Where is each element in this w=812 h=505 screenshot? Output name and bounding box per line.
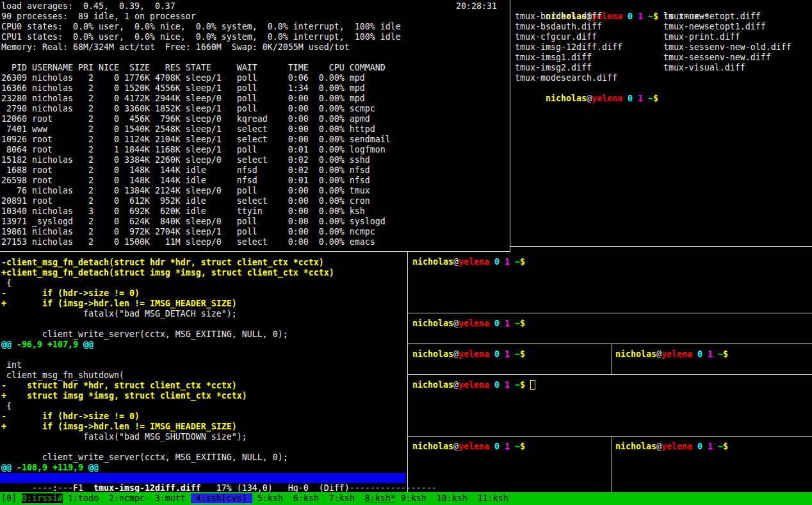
prompt-at: @ [453, 349, 459, 359]
prompt-jobs: 1 [499, 442, 510, 451]
status-session-index[interactable]: [0] [1, 493, 22, 503]
prompt-symbol: $ [520, 319, 525, 328]
prompt-host: yelena [459, 257, 489, 267]
prompt-host: yelena [459, 380, 489, 390]
top-output-text: load averages: 0.45, 0.39, 0.37 90 proce… [1, 1, 401, 247]
prompt-user: nicholas [412, 319, 453, 328]
pane-border-horizontal-left [0, 251, 510, 252]
prompt-hist: 0 [622, 94, 633, 103]
diff-line: @@ -108,9 +119,9 @@ [1, 463, 334, 473]
prompt-jobs: 1 [499, 257, 510, 267]
diff-line: client_msg_fn_shutdown( [1, 370, 334, 381]
diff-line [1, 319, 334, 329]
pane-emacs-diff[interactable]: -client_msg_fn_detach(struct hdr *hdr, s… [0, 252, 405, 492]
status-windows-9-11[interactable]: 9:ksh 10:ksh 11:ksh [396, 493, 508, 503]
diff-line: fatalx("bad MSG_DETACH size"); [1, 309, 334, 319]
pane-shell-c[interactable]: nicholas@yelena 0 1 ~$ [408, 344, 612, 374]
prompt-at: @ [453, 380, 459, 390]
pane-shell-f[interactable]: nicholas@yelena 0 1 ~$ [408, 437, 612, 492]
prompt-at: @ [656, 442, 662, 451]
diff-line: { [1, 401, 334, 411]
status-window-8-current[interactable]: 8:ksh* [365, 493, 396, 503]
prompt-user: nicholas [412, 442, 453, 451]
diff-line: +client_msg_fn_detach(struct imsg *imsg,… [1, 268, 334, 278]
pane-border-horizontal-right [510, 246, 812, 247]
prompt-at: @ [453, 442, 459, 451]
prompt-user: nicholas [412, 380, 453, 390]
prompt-host: yelena [459, 442, 489, 451]
prompt-hist: 0 [489, 442, 499, 451]
pane-shell-ls[interactable]: nicholas@yelena 0 1 ~$ ls tmux-* tmux-bo… [514, 0, 812, 245]
status-windows-1-3[interactable]: 1:todo 2:ncmpc- 3:mutt [63, 493, 191, 503]
prompt-hist: 0 [489, 257, 499, 267]
status-windows-5-7[interactable]: 5:ksh 6:ksh 7:ksh [252, 493, 365, 503]
prompt-host: yelena [459, 319, 489, 328]
pane-shell-g[interactable]: nicholas@yelena 0 1 ~$ [612, 437, 812, 492]
prompt-user: nicholas [615, 349, 656, 359]
prompt-path: ~ [713, 349, 723, 359]
diff-line: -client_msg_fn_detach(struct hdr *hdr, s… [1, 258, 334, 268]
shell-prompt: nicholas@yelena 0 1 ~$ [412, 442, 525, 452]
modeline-filename: tmux-imsg-12diff.diff [93, 483, 201, 493]
pane-shell-d[interactable]: nicholas@yelena 0 1 ~$ [612, 344, 812, 374]
prompt-symbol: $ [723, 442, 728, 451]
diff-line: - if (hdr->size != 0) [1, 411, 334, 422]
prompt-hist: 0 [489, 319, 499, 328]
diff-buffer: -client_msg_fn_detach(struct hdr *hdr, s… [1, 258, 334, 473]
prompt-symbol: $ [520, 380, 525, 390]
prompt-symbol: $ [520, 257, 525, 267]
pane-shell-a[interactable]: nicholas@yelena 0 1 ~$ [408, 252, 812, 313]
diff-line: fatalx("bad MSG_SHUTDOWN size"); [1, 432, 334, 442]
prompt-hist: 0 [692, 442, 702, 451]
shell-prompt: nicholas@yelena 0 1 ~$ [615, 442, 728, 452]
prompt-user: nicholas [615, 442, 656, 451]
prompt-jobs: 1 [702, 442, 713, 451]
top-clock: 20:28:31 [456, 1, 497, 12]
prompt-at: @ [453, 319, 459, 328]
shell-prompt: nicholas@yelena 0 1 ~$ [412, 257, 525, 267]
diff-line: + if (imsg->hdr.len != IMSG_HEADER_SIZE) [1, 299, 334, 309]
prompt-user: nicholas [412, 349, 453, 359]
prompt-hist: 0 [489, 380, 499, 390]
tmux-status-bar: [0] 0:irssi# 1:todo 2:ncmpc- 3:mutt 4:ss… [0, 492, 812, 505]
prompt-at: @ [656, 349, 662, 359]
diff-line: + struct imsg *imsg, struct client_ctx *… [1, 391, 334, 401]
shell-prompt: nicholas@yelena 0 1 ~$ [412, 319, 525, 329]
status-window-4-ssh[interactable]: 4:ssh[cvs] [191, 493, 252, 503]
prompt-path: ~ [510, 349, 520, 359]
prompt-jobs: 1 [702, 349, 713, 359]
prompt-at: @ [587, 94, 592, 103]
tmux-terminal-screen: load averages: 0.45, 0.39, 0.37 90 proce… [0, 0, 812, 505]
status-right: "" 20:28 24-Jul-09 [681, 492, 809, 505]
prompt-at: @ [453, 257, 459, 267]
prompt-symbol: $ [653, 94, 658, 103]
prompt-symbol: $ [723, 349, 728, 359]
diff-line: - if (hdr->size != 0) [1, 288, 334, 299]
modeline-status: 17% (134,0) Hg-0 (Diff)----------------- [201, 483, 437, 493]
pane-top-process-monitor[interactable]: load averages: 0.45, 0.39, 0.37 90 proce… [0, 0, 509, 251]
prompt-symbol: $ [520, 442, 525, 451]
prompt-host: yelena [459, 349, 489, 359]
diff-line: - struct hdr *hdr, struct client_ctx *cc… [1, 381, 334, 391]
prompt-jobs: 1 [633, 94, 643, 103]
prompt-path: ~ [510, 319, 520, 328]
emacs-modeline: ----:---F1 tmux-imsg-12diff.diff 17% (13… [0, 473, 405, 483]
prompt-path: ~ [643, 94, 653, 103]
prompt-host: yelena [662, 349, 692, 359]
diff-line: int [1, 360, 334, 370]
diff-line [1, 442, 334, 452]
diff-line: @@ -96,9 +107,9 @@ [1, 340, 334, 350]
prompt-jobs: 1 [499, 319, 510, 328]
ls-file-listing: tmux-borders.diff tmux-newsetopt.diff tm… [515, 12, 792, 83]
shell-prompt: nicholas@yelena 0 1 ~$ [546, 94, 658, 103]
shell-line-prompt: nicholas@yelena 0 1 ~$ [515, 83, 658, 114]
status-window-list: [0] 0:irssi# 1:todo 2:ncmpc- 3:mutt 4:ss… [1, 492, 508, 505]
status-window-0-irssi[interactable]: 0:irssi# [22, 493, 63, 503]
prompt-path: ~ [510, 257, 520, 267]
diff-line: + if (imsg->hdr.len != IMSG_HEADER_SIZE) [1, 422, 334, 432]
pane-shell-b[interactable]: nicholas@yelena 0 1 ~$ [408, 313, 812, 344]
pane-shell-e-active[interactable]: nicholas@yelena 0 1 ~$ [408, 375, 812, 436]
prompt-jobs: 1 [499, 380, 510, 390]
pane-border-vertical-top [510, 0, 510, 252]
prompt-path: ~ [713, 442, 723, 451]
